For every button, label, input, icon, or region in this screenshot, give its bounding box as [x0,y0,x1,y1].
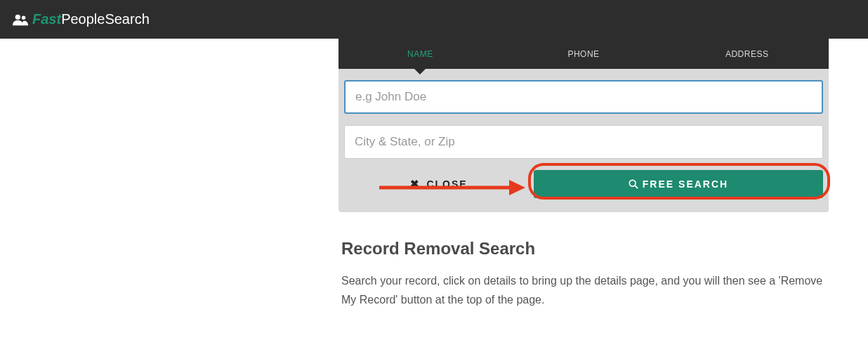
location-input[interactable] [344,125,823,159]
tab-phone[interactable]: PHONE [502,39,666,69]
svg-point-1 [22,15,26,20]
site-logo[interactable]: FastPeopleSearch [13,11,150,27]
name-input[interactable] [344,80,823,114]
svg-line-3 [635,185,638,188]
tab-name[interactable]: NAME [338,39,502,69]
tab-address[interactable]: ADDRESS [665,39,829,69]
search-button-label: FREE SEARCH [643,178,728,190]
people-icon [13,13,28,26]
search-tabs: NAME PHONE ADDRESS [338,39,829,69]
free-search-button[interactable]: FREE SEARCH [534,170,823,198]
content-body: Search your record, click on details to … [341,271,826,309]
search-button-wrap: FREE SEARCH [534,170,823,198]
svg-point-0 [15,14,20,19]
close-icon: ✖ [410,178,421,190]
logo-text: FastPeopleSearch [32,11,150,27]
search-panel: NAME PHONE ADDRESS ✖ CLOSE FREE SEARCH [338,39,829,212]
form-actions: ✖ CLOSE FREE SEARCH [344,170,823,207]
svg-point-2 [629,180,636,186]
logo-fast: Fast [32,11,61,27]
logo-rest: PeopleSearch [61,11,150,27]
close-button[interactable]: ✖ CLOSE [344,178,534,190]
content-heading: Record Removal Search [341,239,826,259]
close-label: CLOSE [426,178,467,190]
site-header: FastPeopleSearch [0,0,868,39]
search-icon [629,179,638,189]
content-section: Record Removal Search Search your record… [341,239,826,309]
search-form: ✖ CLOSE FREE SEARCH [338,69,829,212]
